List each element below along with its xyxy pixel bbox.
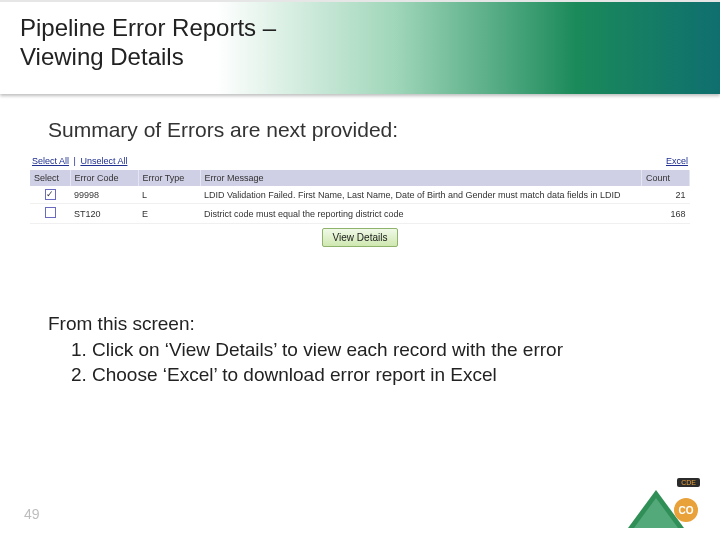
th-error-message: Error Message [200, 170, 642, 186]
cell-message: District code must equal the reporting d… [200, 204, 642, 224]
cell-message: LDID Validation Failed. First Name, Last… [200, 186, 642, 204]
link-row: Select All | Unselect All Excel [30, 154, 690, 170]
co-badge: CO [674, 498, 698, 522]
title-line-2: Viewing Details [20, 43, 276, 72]
error-summary-panel: Select All | Unselect All Excel Select E… [30, 154, 690, 251]
subheading: Summary of Errors are next provided: [48, 118, 700, 142]
page-title: Pipeline Error Reports – Viewing Details [20, 14, 276, 72]
cde-badge: CDE [677, 478, 700, 487]
error-table: Select Error Code Error Type Error Messa… [30, 170, 690, 224]
cell-code: 99998 [70, 186, 138, 204]
list-item: Click on ‘View Details’ to view each rec… [92, 337, 700, 363]
cell-count: 168 [642, 204, 690, 224]
th-select: Select [30, 170, 70, 186]
mountain-icon [634, 498, 678, 528]
th-count: Count [642, 170, 690, 186]
th-error-code: Error Code [70, 170, 138, 186]
list-item: Choose ‘Excel’ to download error report … [92, 362, 700, 388]
cell-select [30, 204, 70, 224]
button-row: View Details [30, 224, 690, 251]
body-intro: From this screen: [48, 311, 700, 337]
cell-count: 21 [642, 186, 690, 204]
table-row: ✓ 99998 L LDID Validation Failed. First … [30, 186, 690, 204]
instruction-list: Click on ‘View Details’ to view each rec… [82, 337, 700, 388]
excel-link[interactable]: Excel [666, 156, 688, 166]
table-row: ST120 E District code must equal the rep… [30, 204, 690, 224]
cell-type: L [138, 186, 200, 204]
cell-type: E [138, 204, 200, 224]
content-area: Summary of Errors are next provided: Sel… [48, 118, 700, 388]
slide: Pipeline Error Reports – Viewing Details… [0, 0, 720, 540]
page-number: 49 [24, 506, 40, 522]
view-details-button[interactable]: View Details [322, 228, 399, 247]
select-links: Select All | Unselect All [32, 156, 127, 166]
cde-logo: CDE CO [628, 480, 698, 528]
pipe: | [72, 156, 78, 166]
cell-code: ST120 [70, 204, 138, 224]
row-checkbox[interactable]: ✓ [45, 189, 56, 200]
cell-select: ✓ [30, 186, 70, 204]
th-error-type: Error Type [138, 170, 200, 186]
unselect-all-link[interactable]: Unselect All [80, 156, 127, 166]
select-all-link[interactable]: Select All [32, 156, 69, 166]
body-text: From this screen: Click on ‘View Details… [48, 311, 700, 388]
title-line-1: Pipeline Error Reports – [20, 14, 276, 43]
table-header-row: Select Error Code Error Type Error Messa… [30, 170, 690, 186]
row-checkbox[interactable] [45, 207, 56, 218]
